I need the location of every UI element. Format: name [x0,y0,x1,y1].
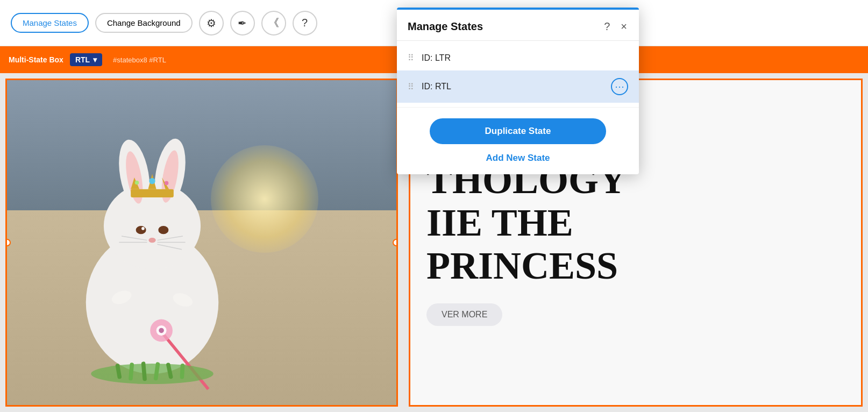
title-line-2: IIE THE [426,202,573,244]
drag-handle-rtl: ⠿ [408,82,414,92]
chevron-down-icon: ▾ [93,55,97,64]
gear-icon: ⚙ [207,17,216,30]
state-item-rtl[interactable]: ⠿ ID: RTL ⋯ [397,70,639,103]
manage-states-modal: Manage States ? × ⠿ ID: LTR ⠿ ID: RTL ⋯ … [397,8,639,174]
layers-icon: 《 [268,16,279,30]
pen-button[interactable]: ✒ [230,11,255,35]
bunny-image [7,80,396,405]
layers-button[interactable]: 《 [261,11,286,35]
svg-point-25 [159,328,163,333]
add-new-state-button[interactable]: Add New State [486,153,550,164]
svg-point-14 [158,226,168,234]
statebar-ids: #statebox8 #RTL [113,56,166,64]
state-label-rtl: ID: RTL [422,82,603,91]
state-more-button[interactable]: ⋯ [611,78,628,95]
modal-header: Manage States ? × [397,10,639,41]
state-item-ltr[interactable]: ⠿ ID: LTR [397,45,639,70]
modal-header-icons: ? × [603,19,628,34]
manage-states-button[interactable]: Manage States [11,13,89,33]
help-icon: ? [302,17,308,29]
discover-button[interactable]: VER MORE [426,303,502,326]
resize-handle-right[interactable] [393,239,398,246]
modal-close-button[interactable]: × [620,19,628,34]
change-background-button[interactable]: Change Background [95,13,193,33]
svg-point-12 [165,181,169,186]
gear-button[interactable]: ⚙ [199,11,224,35]
modal-footer: Duplicate State Add New State [397,107,639,174]
svg-point-28 [91,364,214,384]
title-line-3: PRINCESS [426,245,618,287]
svg-rect-34 [180,364,184,379]
modal-title: Manage States [408,20,483,33]
svg-point-16 [148,238,155,243]
duplicate-state-button[interactable]: Duplicate State [430,118,606,144]
svg-point-11 [135,181,139,185]
close-icon: × [621,20,627,32]
drag-handle-ltr: ⠿ [408,53,414,63]
state-dropdown-label: RTL [75,55,90,64]
statebar-label: Multi-State Box [9,55,63,64]
svg-rect-6 [131,189,174,197]
more-icon: ⋯ [615,81,624,93]
svg-point-13 [136,226,146,234]
state-dropdown[interactable]: RTL ▾ [70,53,102,66]
multistate-box [5,79,398,407]
state-label-ltr: ID: LTR [422,53,628,63]
state-list: ⠿ ID: LTR ⠿ ID: RTL ⋯ [397,41,639,107]
help-button[interactable]: ? [293,11,317,35]
svg-point-15 [141,227,145,230]
svg-point-10 [149,178,155,184]
modal-help-button[interactable]: ? [603,19,611,34]
pen-icon: ✒ [238,17,247,30]
question-icon: ? [604,20,610,32]
